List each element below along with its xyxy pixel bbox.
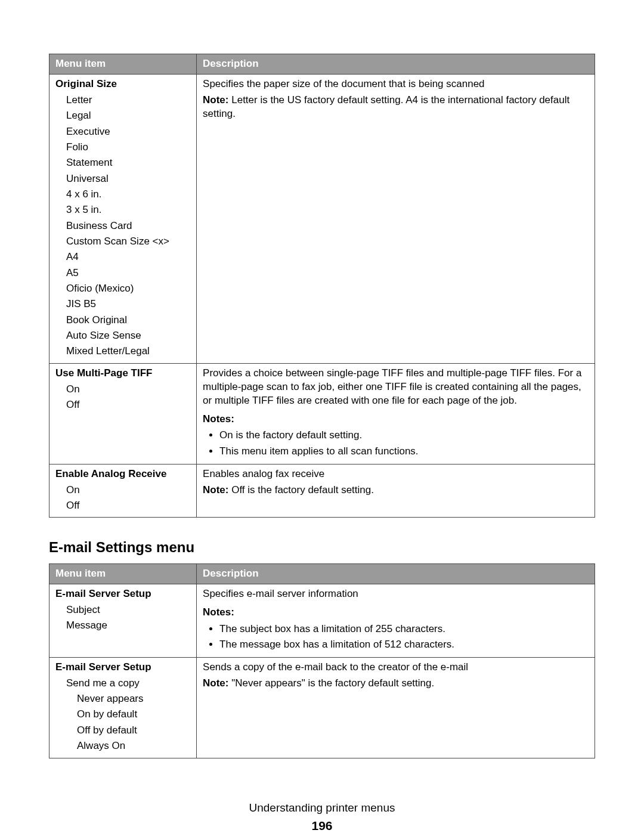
list-item: Letter xyxy=(55,92,191,108)
note-label: Note: xyxy=(203,484,228,496)
note-line: Note: Letter is the US factory default s… xyxy=(203,94,590,121)
notes-heading: Notes: xyxy=(203,413,590,426)
th-description: Description xyxy=(197,563,595,584)
list-item: Mixed Letter/Legal xyxy=(55,343,191,359)
footer-title: Understanding printer menus xyxy=(49,800,595,816)
notes-bullets: On is the factory default setting. This … xyxy=(203,428,590,459)
list-item: A4 xyxy=(55,249,191,265)
list-item: Universal xyxy=(55,171,191,187)
menu-item-options: On Off xyxy=(55,382,191,413)
th-description: Description xyxy=(197,54,595,75)
list-item: 3 x 5 in. xyxy=(55,202,191,218)
note-line: Note: Off is the factory default setting… xyxy=(203,484,590,497)
description-text: Enables analog fax receive xyxy=(203,467,590,481)
description-text: Sends a copy of the e-mail back to the c… xyxy=(203,661,590,674)
menu-item-title: Enable Analog Receive xyxy=(55,467,191,481)
menu-table-2: Menu item Description E-mail Server Setu… xyxy=(49,563,595,758)
th-menu-item: Menu item xyxy=(49,563,197,584)
list-item: Message xyxy=(55,618,191,633)
list-item: Oficio (Mexico) xyxy=(55,281,191,296)
note-text: Off is the factory default setting. xyxy=(229,484,374,496)
list-item: Book Original xyxy=(55,312,191,328)
table-row: Enable Analog Receive On Off Enables ana… xyxy=(49,464,595,518)
list-item: Business Card xyxy=(55,218,191,234)
menu-item-options: On Off xyxy=(55,482,191,514)
list-item: Send me a copy Never appears On by defau… xyxy=(55,676,191,754)
menu-table-1: Menu item Description Original Size Lett… xyxy=(49,54,595,518)
list-item: The message box has a limitation of 512 … xyxy=(219,637,590,652)
list-item: 4 x 6 in. xyxy=(55,187,191,202)
note-text: Letter is the US factory default setting… xyxy=(203,94,569,119)
list-item: Off xyxy=(55,397,191,413)
note-label: Note: xyxy=(203,677,228,689)
list-item: Executive xyxy=(55,124,191,140)
page-number: 196 xyxy=(49,817,595,833)
menu-item-title: Original Size xyxy=(55,78,191,91)
list-item: Off by default xyxy=(66,723,191,738)
list-item: Subject xyxy=(55,602,191,618)
section-heading-email-settings: E-mail Settings menu xyxy=(49,538,595,557)
list-item: A5 xyxy=(55,265,191,281)
list-item: The subject box has a limitation of 255 … xyxy=(219,622,590,637)
list-item: On by default xyxy=(66,707,191,722)
table-row: E-mail Server Setup Send me a copy Never… xyxy=(49,657,595,758)
list-item: JIS B5 xyxy=(55,296,191,312)
menu-item-title: E-mail Server Setup xyxy=(55,661,191,674)
list-item: This menu item applies to all scan funct… xyxy=(219,444,590,459)
list-item: On xyxy=(55,482,191,498)
list-item: On is the factory default setting. xyxy=(219,428,590,443)
menu-item-options: Letter Legal Executive Folio Statement U… xyxy=(55,92,191,360)
menu-item-title: Use Multi-Page TIFF xyxy=(55,367,191,380)
notes-bullets: The subject box has a limitation of 255 … xyxy=(203,622,590,652)
list-item: Statement xyxy=(55,155,191,171)
list-item: Always On xyxy=(66,738,191,754)
description-text: Provides a choice between single-page TI… xyxy=(203,367,590,408)
note-label: Note: xyxy=(203,94,228,106)
th-menu-item: Menu item xyxy=(49,54,197,75)
list-item: On xyxy=(55,382,191,397)
description-text: Specifies e-mail server information xyxy=(203,587,590,601)
table-row: Original Size Letter Legal Executive Fol… xyxy=(49,74,595,363)
menu-item-title: E-mail Server Setup xyxy=(55,587,191,601)
page-footer: Understanding printer menus 196 xyxy=(49,800,595,833)
list-item: Folio xyxy=(55,140,191,155)
list-item: Never appears xyxy=(66,691,191,707)
table-row: Use Multi-Page TIFF On Off Provides a ch… xyxy=(49,363,595,464)
note-text: "Never appears" is the factory default s… xyxy=(229,677,435,689)
list-item: Auto Size Sense xyxy=(55,328,191,343)
list-item: Custom Scan Size <x> xyxy=(55,234,191,249)
menu-item-options: Send me a copy Never appears On by defau… xyxy=(55,676,191,754)
list-item: Off xyxy=(55,498,191,513)
description-text: Specifies the paper size of the document… xyxy=(203,78,590,91)
menu-item-options: Subject Message xyxy=(55,602,191,634)
notes-heading: Notes: xyxy=(203,606,590,620)
note-line: Note: "Never appears" is the factory def… xyxy=(203,677,590,690)
table-row: E-mail Server Setup Subject Message Spec… xyxy=(49,584,595,657)
nested-parent: Send me a copy xyxy=(66,677,140,689)
list-item: Legal xyxy=(55,108,191,123)
